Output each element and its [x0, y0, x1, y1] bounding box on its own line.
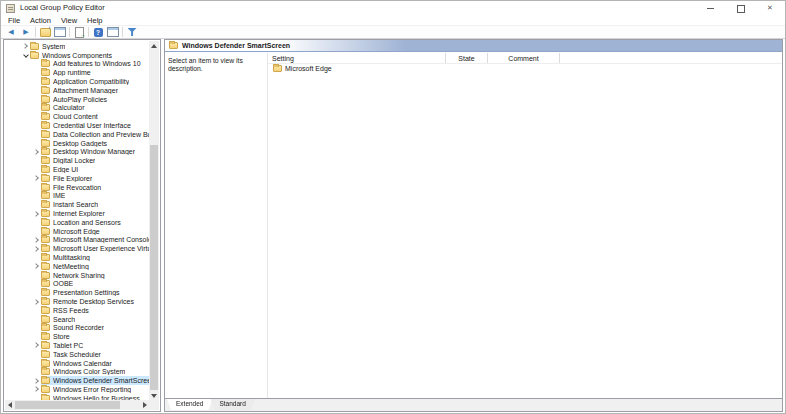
tree-item-body[interactable]: Microsoft User Experience Virtualizatio — [41, 244, 149, 253]
tree-item-body[interactable]: Task Scheduler — [41, 350, 149, 359]
tree-item-body[interactable]: Remote Desktop Services — [41, 297, 149, 306]
tree-item-body[interactable]: Desktop Gadgets — [41, 139, 149, 148]
tree-item-body[interactable]: File Explorer — [41, 174, 149, 183]
forward-icon[interactable] — [20, 26, 32, 38]
tree-item-credential-user-interface[interactable]: Credential User Interface — [5, 121, 149, 130]
tree-item-windows-calendar[interactable]: Windows Calendar — [5, 359, 149, 368]
column-header-setting[interactable]: Setting — [268, 53, 446, 63]
chevron-down-icon[interactable] — [21, 53, 30, 58]
chevron-right-icon[interactable] — [32, 247, 41, 251]
chevron-right-icon[interactable] — [32, 150, 41, 154]
tree-item-add-features-to-windows-10[interactable]: Add features to Windows 10 — [5, 60, 149, 69]
help-icon[interactable] — [92, 26, 104, 38]
vertical-scroll-thumb[interactable] — [150, 145, 158, 390]
tree-item-body[interactable]: Presentation Settings — [41, 288, 149, 297]
chevron-right-icon[interactable] — [32, 238, 41, 242]
tree-item-attachment-manager[interactable]: Attachment Manager — [5, 86, 149, 95]
export-list-icon[interactable] — [73, 26, 85, 38]
tree-item-network-sharing[interactable]: Network Sharing — [5, 271, 149, 280]
tree-item-oobe[interactable]: OOBE — [5, 280, 149, 289]
list-item-microsoft-edge[interactable]: Microsoft Edge — [268, 64, 782, 74]
tree-item-body[interactable]: Edge UI — [41, 165, 149, 174]
tree-vertical-scrollbar[interactable] — [149, 41, 159, 400]
tree-item-edge-ui[interactable]: Edge UI — [5, 165, 149, 174]
tree-item-tablet-pc[interactable]: Tablet PC — [5, 341, 149, 350]
chevron-right-icon[interactable] — [32, 343, 41, 347]
tree-item-autoplay-policies[interactable]: AutoPlay Policies — [5, 95, 149, 104]
tree-item-body[interactable]: System — [30, 42, 149, 51]
tree-item-body[interactable]: Windows Defender SmartScreen — [41, 376, 149, 385]
tree-item-body[interactable]: Search — [41, 315, 149, 324]
tree-item-body[interactable]: Location and Sensors — [41, 218, 149, 227]
tree-item-body[interactable]: OOBE — [41, 280, 149, 289]
tree-item-body[interactable]: Tablet PC — [41, 341, 149, 350]
tree-item-presentation-settings[interactable]: Presentation Settings — [5, 288, 149, 297]
chevron-right-icon[interactable] — [32, 387, 41, 391]
tree-item-ime[interactable]: IME — [5, 192, 149, 201]
tree-item-microsoft-edge[interactable]: Microsoft Edge — [5, 227, 149, 236]
filter-icon[interactable] — [126, 26, 138, 38]
tree-item-body[interactable]: Multitasking — [41, 253, 149, 262]
up-one-level-icon[interactable] — [39, 26, 51, 38]
tree-item-windows-defender-smartscreen[interactable]: Windows Defender SmartScreen — [5, 376, 149, 385]
tree-horizontal-scrollbar[interactable] — [5, 400, 149, 410]
menu-file[interactable]: File — [3, 15, 25, 26]
tree-item-microsoft-user-experience-virtualizatio[interactable]: Microsoft User Experience Virtualizatio — [5, 244, 149, 253]
tree-item-internet-explorer[interactable]: Internet Explorer — [5, 209, 149, 218]
close-icon[interactable]: ✕ — [755, 1, 785, 15]
show-extended-pane-icon[interactable] — [107, 26, 119, 38]
tree-item-rss-feeds[interactable]: RSS Feeds — [5, 306, 149, 315]
tree-item-body[interactable]: Attachment Manager — [41, 86, 149, 95]
tree-item-body[interactable]: App runtime — [41, 68, 149, 77]
tree-item-data-collection-and-preview-builds[interactable]: Data Collection and Preview Builds — [5, 130, 149, 139]
tree-item-body[interactable]: RSS Feeds — [41, 306, 149, 315]
tree-item-store[interactable]: Store — [5, 332, 149, 341]
tree-item-body[interactable]: Sound Recorder — [41, 324, 149, 333]
scroll-up-icon[interactable] — [149, 41, 159, 50]
tab-extended[interactable]: Extended — [167, 399, 212, 410]
tree-item-body[interactable]: Microsoft Management Console — [41, 236, 149, 245]
chevron-right-icon[interactable] — [32, 264, 41, 268]
tree-item-remote-desktop-services[interactable]: Remote Desktop Services — [5, 297, 149, 306]
tree-item-body[interactable]: AutoPlay Policies — [41, 95, 149, 104]
show-console-tree-icon[interactable] — [54, 26, 66, 38]
tree-item-microsoft-management-console[interactable]: Microsoft Management Console — [5, 236, 149, 245]
tree-item-body[interactable]: Calculator — [41, 104, 149, 113]
tree-item-windows-color-system[interactable]: Windows Color System — [5, 367, 149, 376]
tree-item-body[interactable]: Internet Explorer — [41, 209, 149, 218]
restore-icon[interactable] — [725, 1, 755, 15]
tree-item-sound-recorder[interactable]: Sound Recorder — [5, 324, 149, 333]
tree-item-body[interactable]: Data Collection and Preview Builds — [41, 130, 149, 139]
tree-item-body[interactable]: Windows Components — [30, 51, 149, 60]
tree-item-body[interactable]: Credential User Interface — [41, 121, 149, 130]
tree-item-body[interactable]: Store — [41, 332, 149, 341]
tree-item-body[interactable]: Instant Search — [41, 200, 149, 209]
scroll-right-icon[interactable] — [140, 400, 149, 410]
chevron-right-icon[interactable] — [32, 212, 41, 216]
chevron-right-icon[interactable] — [32, 379, 41, 383]
tree-item-desktop-window-manager[interactable]: Desktop Window Manager — [5, 148, 149, 157]
tree-item-search[interactable]: Search — [5, 315, 149, 324]
tree-item-multitasking[interactable]: Multitasking — [5, 253, 149, 262]
tree-item-body[interactable]: Cloud Content — [41, 112, 149, 121]
tree-item-body[interactable]: Microsoft Edge — [41, 227, 149, 236]
tree-item-body[interactable]: IME — [41, 192, 149, 201]
tree-item-body[interactable]: Windows Error Reporting — [41, 385, 149, 394]
tree-item-cloud-content[interactable]: Cloud Content — [5, 112, 149, 121]
tree-item-location-and-sensors[interactable]: Location and Sensors — [5, 218, 149, 227]
tree-item-netmeeting[interactable]: NetMeeting — [5, 262, 149, 271]
tree-item-body[interactable]: Windows Calendar — [41, 359, 149, 368]
tree-item-body[interactable]: Desktop Window Manager — [41, 148, 149, 157]
tab-standard[interactable]: Standard — [210, 399, 254, 410]
tree-item-file-revocation[interactable]: File Revocation — [5, 183, 149, 192]
tree-item-task-scheduler[interactable]: Task Scheduler — [5, 350, 149, 359]
menu-action[interactable]: Action — [25, 15, 56, 26]
tree-item-digital-locker[interactable]: Digital Locker — [5, 156, 149, 165]
tree-item-body[interactable]: Digital Locker — [41, 156, 149, 165]
tree-item-windows-error-reporting[interactable]: Windows Error Reporting — [5, 385, 149, 394]
tree-item-body[interactable]: NetMeeting — [41, 262, 149, 271]
scroll-down-icon[interactable] — [149, 391, 159, 400]
tree-item-desktop-gadgets[interactable]: Desktop Gadgets — [5, 139, 149, 148]
tree-item-windows-components[interactable]: Windows Components — [5, 51, 149, 60]
tree-item-app-runtime[interactable]: App runtime — [5, 68, 149, 77]
